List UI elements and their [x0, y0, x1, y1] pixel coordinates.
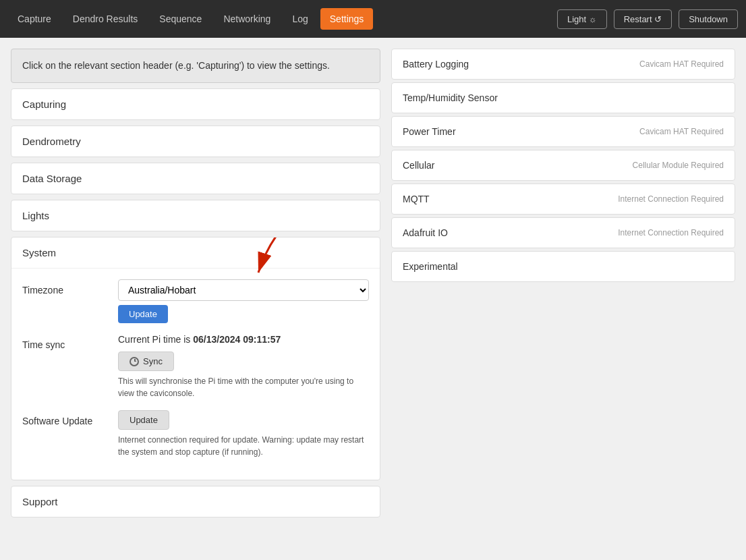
nav-sequence[interactable]: Sequence — [150, 8, 211, 30]
section-lights[interactable]: Lights — [11, 200, 380, 231]
battery-logging-badge: Cavicam HAT Required — [639, 59, 724, 69]
power-timer-badge: Cavicam HAT Required — [639, 127, 724, 136]
nav-capture[interactable]: Capture — [8, 8, 61, 30]
section-dendrometry-label: Dendrometry — [22, 136, 81, 147]
section-data-storage-label: Data Storage — [22, 173, 82, 184]
section-capturing[interactable]: Capturing — [11, 88, 380, 120]
temp-humidity-title: Temp/Humidity Sensor — [403, 92, 498, 103]
section-system-content: Timezone Australia/Hobart UTC America/Ne… — [11, 269, 380, 480]
light-button[interactable]: Light ☼ — [557, 9, 607, 29]
section-data-storage[interactable]: Data Storage — [11, 163, 380, 194]
time-sync-controls: Current Pi time is 06/13/2024 09:11:57 S… — [118, 334, 369, 399]
mqtt-title: MQTT — [403, 194, 430, 204]
nav-log[interactable]: Log — [283, 8, 317, 30]
time-value: 06/13/2024 09:11:57 — [193, 334, 281, 345]
info-box: Click on the relevant section header (e.… — [11, 49, 380, 83]
timezone-update-button[interactable]: Update — [118, 305, 168, 323]
section-capturing-label: Capturing — [22, 99, 66, 110]
timezone-select[interactable]: Australia/Hobart UTC America/New_York Eu… — [118, 279, 369, 301]
clock-icon — [130, 357, 139, 366]
software-update-label: Software Update — [22, 410, 110, 426]
section-lights-label: Lights — [22, 210, 49, 221]
right-section-experimental[interactable]: Experimental — [391, 251, 735, 282]
right-section-cellular[interactable]: Cellular Cellular Module Required — [391, 150, 735, 181]
sync-btn-label: Sync — [143, 356, 163, 366]
restart-button[interactable]: Restart ↺ — [614, 9, 672, 29]
time-display: Current Pi time is 06/13/2024 09:11:57 — [118, 334, 369, 345]
timezone-label: Timezone — [22, 279, 110, 296]
right-section-adafruit-io[interactable]: Adafruit IO Internet Connection Required — [391, 217, 735, 248]
cellular-badge: Cellular Module Required — [633, 161, 724, 170]
time-prefix: Current Pi time is — [118, 334, 193, 345]
navbar: Capture Dendro Results Sequence Networki… — [0, 0, 746, 38]
adafruit-io-badge: Internet Connection Required — [618, 228, 724, 237]
adafruit-io-title: Adafruit IO — [403, 227, 448, 238]
time-sync-help: This will synchronise the Pi time with t… — [118, 375, 369, 399]
nav-networking[interactable]: Networking — [214, 8, 280, 30]
right-section-temp-humidity[interactable]: Temp/Humidity Sensor — [391, 82, 735, 113]
software-update-controls: Update Internet connection required for … — [118, 410, 369, 458]
right-section-battery-logging[interactable]: Battery Logging Cavicam HAT Required — [391, 49, 735, 80]
right-panel: Battery Logging Cavicam HAT Required Tem… — [391, 49, 735, 549]
right-section-power-timer[interactable]: Power Timer Cavicam HAT Required — [391, 116, 735, 147]
battery-logging-title: Battery Logging — [403, 59, 469, 69]
time-sync-label: Time sync — [22, 334, 110, 350]
section-dendrometry[interactable]: Dendrometry — [11, 125, 380, 157]
experimental-title: Experimental — [403, 261, 458, 272]
time-sync-row: Time sync Current Pi time is 06/13/2024 … — [22, 334, 369, 399]
left-panel: Click on the relevant section header (e.… — [11, 49, 380, 549]
software-update-row: Software Update Update Internet connecti… — [22, 410, 369, 458]
section-support[interactable]: Support — [11, 486, 380, 517]
shutdown-button[interactable]: Shutdown — [679, 9, 738, 29]
right-section-mqtt[interactable]: MQTT Internet Connection Required — [391, 184, 735, 215]
sync-button[interactable]: Sync — [118, 352, 174, 371]
section-system-label: System — [22, 247, 56, 258]
nav-settings[interactable]: Settings — [320, 8, 374, 30]
section-support-label: Support — [22, 496, 58, 507]
cellular-title: Cellular — [403, 160, 434, 171]
software-update-help: Internet connection required for update.… — [118, 434, 369, 458]
timezone-controls: Australia/Hobart UTC America/New_York Eu… — [118, 279, 369, 323]
section-system: System Timezone — [11, 237, 380, 480]
software-update-button[interactable]: Update — [118, 410, 169, 430]
mqtt-badge: Internet Connection Required — [618, 194, 724, 204]
section-system-header[interactable]: System — [11, 237, 380, 269]
info-text: Click on the relevant section header (e.… — [22, 60, 330, 71]
nav-dendro-results[interactable]: Dendro Results — [63, 8, 148, 30]
power-timer-title: Power Timer — [403, 126, 456, 137]
main-layout: Click on the relevant section header (e.… — [0, 38, 746, 560]
timezone-row: Timezone Australia/Hobart UTC America/Ne… — [22, 279, 369, 323]
